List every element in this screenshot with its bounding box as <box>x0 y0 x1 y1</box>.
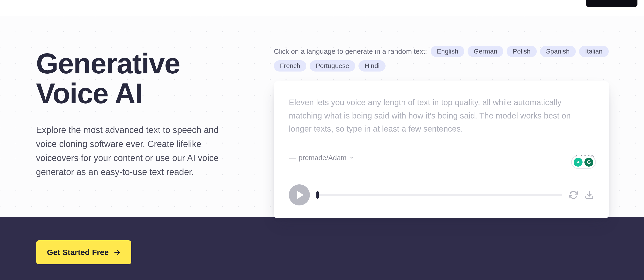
grammarly-badge[interactable]: ✦ G <box>571 156 596 169</box>
hero-headline: Generative Voice AI <box>36 48 271 108</box>
lang-pill-polish[interactable]: Polish <box>506 46 536 57</box>
lang-pill-french[interactable]: French <box>274 60 306 72</box>
text-input-area[interactable]: Eleven lets you voice any length of text… <box>274 81 609 147</box>
top-bar <box>0 0 644 16</box>
voice-selector[interactable]: — premade/Adam <box>289 154 354 162</box>
progress-track[interactable] <box>316 194 562 196</box>
hero-subhead: Explore the most advanced text to speech… <box>36 123 239 179</box>
lang-pill-hindi[interactable]: Hindi <box>358 60 386 72</box>
chevron-down-icon <box>349 155 354 160</box>
lang-pill-spanish[interactable]: Spanish <box>540 46 576 57</box>
cta-label: Get Started Free <box>47 248 109 257</box>
language-selector-row: Click on a language to generate in a ran… <box>274 46 609 72</box>
audio-player <box>274 173 609 218</box>
play-icon <box>297 191 304 199</box>
lang-pill-portuguese[interactable]: Portuguese <box>310 60 355 72</box>
tts-card: Eleven lets you voice any length of text… <box>274 81 609 218</box>
lang-pill-german[interactable]: German <box>468 46 503 57</box>
voice-label: premade/Adam <box>299 154 346 162</box>
text-input-placeholder: Eleven lets you voice any length of text… <box>289 96 594 136</box>
language-prompt: Click on a language to generate in a ran… <box>274 48 427 56</box>
progress-handle[interactable] <box>316 191 319 199</box>
suggestion-icon: ✦ <box>574 158 582 167</box>
header-dark-button[interactable] <box>586 0 638 7</box>
loop-icon[interactable] <box>569 190 578 200</box>
play-button[interactable] <box>289 184 310 206</box>
headline-line-2: Voice AI <box>36 77 142 110</box>
voice-dash: — <box>289 154 296 162</box>
arrow-right-icon <box>114 249 120 256</box>
download-icon[interactable] <box>585 190 594 200</box>
lang-pill-english[interactable]: English <box>431 46 464 57</box>
headline-line-1: Generative <box>36 48 180 80</box>
lang-pill-italian[interactable]: Italian <box>579 46 609 57</box>
get-started-button[interactable]: Get Started Free <box>36 240 131 264</box>
grammarly-icon: G <box>584 158 593 167</box>
